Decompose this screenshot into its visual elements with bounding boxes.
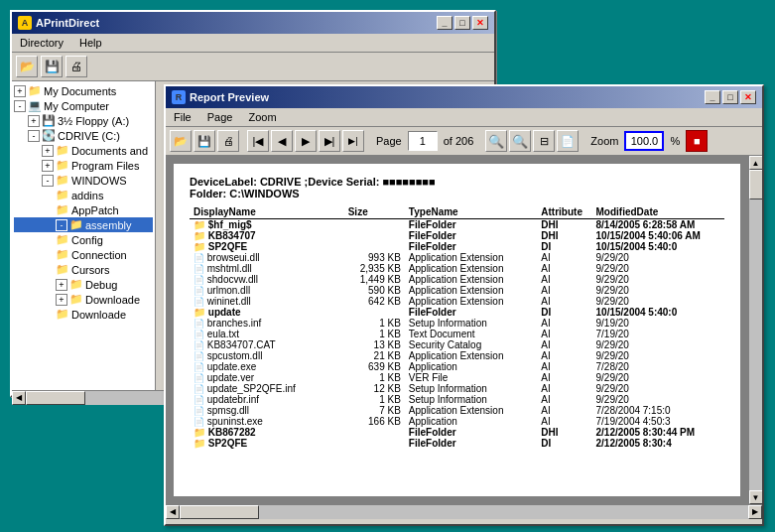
- tree-item-apppatch[interactable]: 📁 AppPatch: [14, 202, 153, 217]
- zoom-fit-btn[interactable]: ⊟: [533, 130, 555, 152]
- tree-item-mycomputer[interactable]: - 💻 My Computer: [14, 98, 153, 113]
- expand-debug[interactable]: +: [56, 279, 67, 291]
- tree-item-assembly[interactable]: - 📁 assembly: [14, 217, 153, 232]
- expand-programfiles[interactable]: +: [42, 160, 54, 172]
- tree-item-cdrive[interactable]: - 💽 CDRIVE (C:): [14, 128, 153, 143]
- preview-hscroll-right-btn[interactable]: ▶: [748, 505, 762, 519]
- expand-mycomputer[interactable]: -: [14, 100, 26, 112]
- preview-hscroll-left-btn[interactable]: ◀: [166, 505, 180, 519]
- expand-assembly[interactable]: -: [56, 219, 67, 231]
- preview-print-btn[interactable]: 🖨: [217, 130, 239, 152]
- file-type-cell: FileFolder: [405, 427, 537, 438]
- save-button[interactable]: 💾: [41, 56, 63, 77]
- tree-item-downloaded2[interactable]: 📁 Downloade: [14, 307, 153, 322]
- preview-vscrollbar[interactable]: ▲ ▼: [748, 156, 762, 504]
- print-button[interactable]: 🖨: [65, 56, 87, 77]
- tree-item-connection[interactable]: 📁 Connection: [14, 247, 153, 262]
- table-row: 📄 spcustom.dll21 KBApplication Extension…: [190, 350, 724, 361]
- file-attr-cell: DHI: [537, 427, 591, 438]
- file-modified-cell: 7/19/20: [592, 329, 724, 339]
- zoom-stop-btn[interactable]: ■: [686, 130, 708, 152]
- file-name-cell: 📄 urlmon.dll: [190, 285, 344, 296]
- file-type-cell: Setup Information: [405, 383, 537, 394]
- file-name-cell: 📄 update.ver: [190, 372, 344, 383]
- expand-windows[interactable]: -: [42, 175, 54, 187]
- tree-item-programfiles[interactable]: + 📁 Program Files: [14, 158, 153, 173]
- preview-hscroll-track[interactable]: [180, 505, 748, 519]
- preview-save-btn[interactable]: 💾: [194, 130, 215, 152]
- expand-floppy[interactable]: +: [28, 115, 40, 127]
- preview-menu-page[interactable]: Page: [203, 110, 237, 124]
- file-attr-cell: AI: [537, 350, 591, 361]
- table-row: 📄 spmsg.dll7 KBApplication ExtensionAI7/…: [190, 405, 724, 416]
- file-size-cell: [344, 219, 405, 231]
- menu-directory[interactable]: Directory: [16, 36, 67, 50]
- table-row: 📄 KB834707.CAT13 KBSecurity CatalogAI9/2…: [190, 339, 724, 350]
- tree-item-debug[interactable]: + 📁 Debug: [14, 277, 153, 292]
- file-size-cell: 642 KB: [344, 296, 405, 307]
- tree-item-floppy[interactable]: + 💾 3½ Floppy (A:): [14, 113, 153, 128]
- file-type-cell: Application: [405, 416, 537, 427]
- vscroll-down-btn[interactable]: ▼: [749, 490, 763, 504]
- file-type-cell: Setup Information: [405, 318, 537, 329]
- preview-play-btn[interactable]: ▶: [295, 130, 317, 152]
- file-size-cell: 1 KB: [344, 318, 405, 329]
- open-folder-button[interactable]: 📂: [16, 56, 38, 77]
- file-attr-cell: AI: [537, 274, 591, 285]
- preview-hscroll-thumb: [180, 505, 259, 519]
- expand-cdrive[interactable]: -: [28, 130, 40, 142]
- file-type-cell: FileFolder: [405, 230, 537, 241]
- preview-open-btn[interactable]: 📂: [170, 130, 192, 152]
- folder-icon-windows: 📁: [56, 174, 69, 187]
- preview-last-btn[interactable]: ▶|: [342, 130, 364, 152]
- hscroll-left-btn[interactable]: ◀: [12, 391, 26, 405]
- zoom-out-btn[interactable]: 🔍: [509, 130, 531, 152]
- preview-minimize-btn[interactable]: _: [705, 90, 720, 104]
- preview-menu-zoom[interactable]: Zoom: [244, 110, 280, 124]
- preview-menu-bar: File Page Zoom: [166, 108, 762, 127]
- zoom-input[interactable]: [624, 131, 664, 151]
- tree-item-config[interactable]: 📁 Config: [14, 232, 153, 247]
- file-size-cell: 1 KB: [344, 394, 405, 405]
- col-header-modified: ModifiedDate: [592, 205, 724, 219]
- file-attr-cell: AI: [537, 252, 591, 263]
- tree-item-cursors[interactable]: 📁 Cursors: [14, 262, 153, 277]
- vscroll-track[interactable]: [749, 170, 763, 490]
- file-name-cell: 📁 update: [190, 307, 344, 318]
- table-row: 📄 update_SP2QFE.inf12 KBSetup Informatio…: [190, 383, 724, 394]
- preview-next-btn[interactable]: ▶|: [319, 130, 340, 152]
- tree-item-documents[interactable]: + 📁 Documents and: [14, 143, 153, 158]
- folder-icon-apppatch: 📁: [56, 203, 69, 216]
- close-button[interactable]: ✕: [472, 16, 488, 30]
- preview-app-icon: R: [172, 90, 186, 104]
- zoom-page-btn[interactable]: 📄: [557, 130, 579, 152]
- menu-help[interactable]: Help: [75, 36, 106, 50]
- expand-downloaded1[interactable]: +: [56, 294, 67, 306]
- preview-prev-btn[interactable]: ◀: [271, 130, 293, 152]
- page-input[interactable]: [408, 131, 438, 151]
- folder-icon-mydocs: 📁: [28, 84, 42, 97]
- expand-mydocs[interactable]: +: [14, 85, 26, 97]
- preview-window-title: Report Preview: [190, 91, 269, 103]
- file-size-cell: [344, 241, 405, 252]
- maximize-button[interactable]: □: [454, 16, 470, 30]
- file-name-cell: 📁 KB834707: [190, 230, 344, 241]
- preview-close-btn[interactable]: ✕: [740, 90, 756, 104]
- tree-item-windows[interactable]: - 📁 WINDOWS: [14, 173, 153, 188]
- minimize-button[interactable]: _: [437, 16, 452, 30]
- file-modified-cell: 9/29/20: [592, 394, 724, 405]
- tree-item-mydocs[interactable]: + 📁 My Documents: [14, 83, 153, 98]
- tree-panel[interactable]: + 📁 My Documents - 💻 My Computer + 💾 3½ …: [12, 81, 156, 390]
- preview-first-btn[interactable]: |◀: [247, 130, 269, 152]
- of-label: of 206: [440, 135, 478, 147]
- table-row: 📄 mshtml.dll2,935 KBApplication Extensio…: [190, 263, 724, 274]
- tree-item-addins[interactable]: 📁 addins: [14, 188, 153, 202]
- tree-item-downloaded1[interactable]: + 📁 Downloade: [14, 292, 153, 307]
- zoom-in-btn[interactable]: 🔍: [485, 130, 507, 152]
- preview-maximize-btn[interactable]: □: [722, 90, 738, 104]
- file-name-cell: 📄 mshtml.dll: [190, 263, 344, 274]
- vscroll-up-btn[interactable]: ▲: [749, 156, 763, 170]
- preview-menu-file[interactable]: File: [170, 110, 195, 124]
- expand-documents[interactable]: +: [42, 145, 54, 157]
- preview-hscrollbar[interactable]: ◀ ▶: [166, 504, 762, 518]
